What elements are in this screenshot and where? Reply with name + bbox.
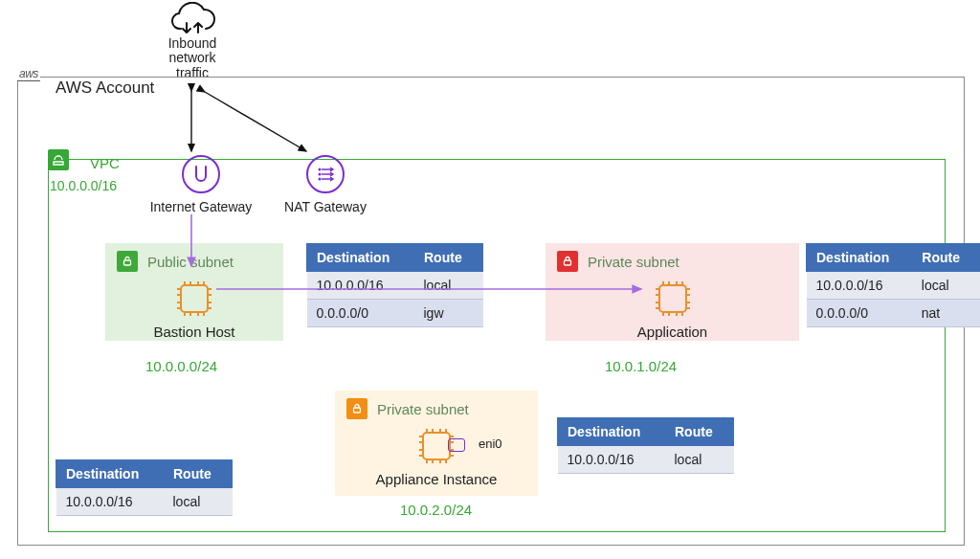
- ec2-instance-icon: [173, 278, 215, 320]
- svg-rect-5: [565, 260, 571, 265]
- route-table-appliance-right: DestinationRoute 10.0.0.0/16local: [557, 417, 734, 474]
- route-cell: local: [665, 446, 734, 474]
- private-subnet-app-title: Private subnet: [588, 254, 679, 270]
- private-subnet-appliance-title: Private subnet: [377, 401, 469, 417]
- application-label: Application: [557, 324, 788, 340]
- lock-closed-icon: [346, 398, 368, 419]
- vpc-cidr: 10.0.0.0/16: [50, 178, 117, 193]
- svg-rect-3: [124, 260, 131, 265]
- route-cell: local: [414, 272, 483, 300]
- route-cell: 10.0.0.0/16: [56, 488, 164, 516]
- bastion-host-label: Bastion Host: [117, 324, 272, 340]
- route-cell: 10.0.0.0/16: [307, 272, 414, 300]
- lock-open-icon: [117, 251, 138, 272]
- route-table-public: DestinationRoute 10.0.0.0/16local 0.0.0.…: [306, 243, 483, 327]
- nat-gateway-label: NAT Gateway: [278, 199, 373, 214]
- aws-account-title: AWS Account: [56, 78, 154, 98]
- route-cell: 0.0.0.0/0: [807, 300, 912, 327]
- cloud-inbound-icon: Inbound network traffic: [163, 2, 222, 80]
- route-cell: nat: [912, 300, 980, 327]
- route-header-route: Route: [665, 418, 734, 446]
- eni-icon: [448, 438, 465, 452]
- ec2-instance-icon: [415, 425, 457, 467]
- private-subnet-application: Private subnet Application: [546, 243, 799, 341]
- svg-rect-6: [659, 285, 686, 312]
- private-subnet-app-cidr: 10.0.1.0/24: [605, 358, 677, 374]
- nat-gateway-icon: [306, 155, 345, 193]
- svg-rect-7: [354, 408, 361, 413]
- route-table-private-app: DestinationRoute 10.0.0.0/16local 0.0.0.…: [806, 243, 980, 327]
- svg-point-1: [319, 173, 322, 176]
- ec2-instance-icon: [652, 278, 694, 320]
- svg-point-2: [319, 178, 322, 181]
- svg-point-0: [319, 168, 322, 171]
- eni-label: eni0: [479, 436, 502, 451]
- route-header-route: Route: [912, 244, 980, 272]
- route-header-dest: Destination: [558, 418, 665, 446]
- route-table-appliance-left: DestinationRoute 10.0.0.0/16local: [56, 459, 233, 516]
- route-cell: 10.0.0.0/16: [558, 446, 665, 474]
- internet-gateway: Internet Gateway: [144, 155, 258, 214]
- route-cell: local: [164, 488, 233, 516]
- vpc-label: VPC: [90, 155, 120, 171]
- lock-closed-icon: [557, 251, 578, 272]
- route-cell: igw: [414, 300, 483, 327]
- inbound-label-1: Inbound: [163, 36, 222, 51]
- route-header-route: Route: [164, 460, 233, 488]
- route-cell: 10.0.0.0/16: [807, 272, 912, 300]
- route-header-dest: Destination: [307, 244, 414, 272]
- route-header-route: Route: [414, 244, 483, 272]
- svg-rect-8: [423, 433, 450, 459]
- vpc-icon: [48, 149, 69, 170]
- route-header-dest: Destination: [807, 244, 912, 272]
- route-cell: 0.0.0.0/0: [307, 300, 414, 327]
- private-subnet-appliance-cidr: 10.0.2.0/24: [400, 502, 472, 518]
- inbound-label-2: network: [163, 51, 222, 65]
- aws-logo-icon: aws: [17, 67, 40, 81]
- private-subnet-appliance: Private subnet Appliance Instance eni0: [335, 391, 538, 496]
- public-subnet-title: Public subnet: [147, 254, 234, 270]
- internet-gateway-label: Internet Gateway: [144, 199, 258, 214]
- internet-gateway-icon: [182, 155, 220, 193]
- nat-gateway: NAT Gateway: [278, 155, 373, 214]
- svg-rect-4: [181, 285, 208, 312]
- public-subnet: Public subnet Bastion Host: [105, 243, 283, 341]
- route-cell: local: [912, 272, 980, 300]
- appliance-instance-label: Appliance Instance: [346, 471, 526, 487]
- route-header-dest: Destination: [56, 460, 164, 488]
- public-subnet-cidr: 10.0.0.0/24: [145, 358, 217, 374]
